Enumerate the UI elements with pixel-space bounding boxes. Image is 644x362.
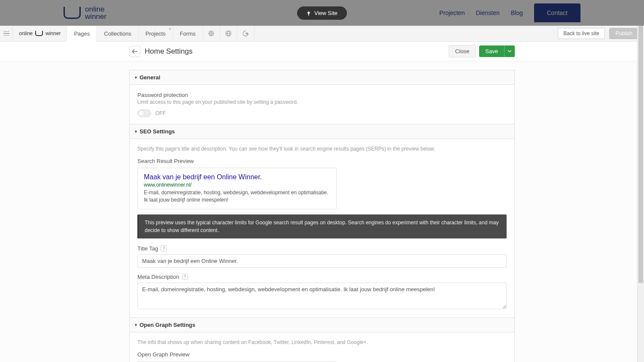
seo-intro-text: Specify this page's title and descriptio… [137, 146, 507, 152]
tab-forms[interactable]: Forms [173, 26, 203, 41]
panel-og-title: Open Graph Settings [140, 322, 195, 328]
brand-left: online [19, 30, 33, 36]
caret-down-icon: ▾ [135, 129, 137, 134]
panel-seo: ▾ SEO Settings Specify this page's title… [129, 124, 515, 318]
editor-toolbar: online winner Pages Collections Projects… [0, 26, 644, 42]
tab-forms-label: Forms [180, 30, 196, 37]
globe-icon-tab[interactable] [220, 26, 237, 41]
search-preview-label: Search Result Preview [137, 158, 507, 164]
password-protection-desc: Limit access to this page on your publis… [137, 99, 507, 105]
save-button[interactable]: Save [479, 45, 504, 57]
hamburger-icon [3, 31, 9, 36]
caret-down-icon: ▾ [135, 323, 137, 327]
settings-header: Home Settings Close Save [0, 42, 644, 61]
title-tag-label-text: Title Tag [137, 245, 158, 252]
panel-open-graph: ▾ Open Graph Settings The info that show… [129, 317, 515, 362]
password-protection-label: Password protection [137, 92, 507, 98]
scrollbar[interactable] [637, 26, 644, 362]
view-site-label: View Site [314, 10, 337, 16]
arrow-left-icon [132, 49, 137, 54]
publish-button[interactable]: Publish [609, 28, 639, 39]
content-area: ▾ General Password protection Limit acce… [0, 61, 644, 362]
preview-note: This preview uses the typical character … [137, 214, 507, 238]
meta-description-input[interactable] [137, 283, 507, 309]
preview-url: www.onlinewinner.nl/ [144, 182, 330, 188]
arrow-up-icon [307, 11, 311, 15]
save-dropdown-button[interactable] [504, 45, 515, 57]
preview-description: E-mail, domeinregistratie, hosting, webd… [144, 189, 330, 204]
back-button[interactable] [129, 46, 140, 57]
toggle-state-label: OFF [155, 110, 166, 116]
title-tag-input[interactable] [137, 254, 507, 268]
settings-icon-tab[interactable] [203, 26, 220, 41]
page-title: Home Settings [145, 47, 449, 56]
brand-mini-icon [35, 31, 43, 36]
gear-icon [208, 30, 215, 37]
help-icon[interactable]: ? [182, 274, 188, 280]
panel-seo-header[interactable]: ▾ SEO Settings [130, 124, 514, 139]
caret-down-icon: ▾ [135, 75, 137, 80]
tab-collections[interactable]: Collections [97, 26, 139, 41]
meta-description-label: Meta Description ? [137, 274, 507, 280]
save-button-group: Save [479, 45, 515, 57]
password-toggle[interactable]: OFF [137, 109, 507, 117]
brand-right: winner [46, 30, 61, 36]
menu-button[interactable] [0, 26, 13, 41]
view-site-button[interactable]: View Site [297, 6, 347, 20]
chevron-down-icon [508, 50, 511, 52]
editor-brand[interactable]: online winner [13, 26, 67, 41]
close-button[interactable]: Close [449, 45, 476, 57]
scrollbar-thumb[interactable] [638, 26, 643, 283]
tab-collections-label: Collections [104, 30, 131, 37]
meta-label-text: Meta Description [137, 274, 179, 280]
close-icon[interactable]: × [169, 27, 171, 31]
svg-point-0 [209, 31, 213, 36]
og-intro-text: The info that shows up when sharing cont… [137, 339, 507, 345]
og-preview-label: Open Graph Preview [137, 351, 507, 358]
panel-og-header[interactable]: ▾ Open Graph Settings [130, 318, 514, 332]
toggle-knob [138, 110, 144, 116]
back-to-live-button[interactable]: Back to live site [558, 28, 605, 39]
title-tag-label: Title Tag ? [137, 245, 507, 252]
preview-title: Maak van je bedrijf een Online Winner. [144, 173, 330, 181]
toggle-track [137, 109, 151, 117]
search-result-preview: Maak van je bedrijf een Online Winner. w… [137, 168, 337, 209]
globe-icon [225, 30, 232, 37]
panel-general-header[interactable]: ▾ General [130, 70, 514, 85]
exit-icon [242, 30, 249, 37]
panel-general-title: General [140, 74, 160, 81]
svg-point-1 [210, 33, 212, 34]
tab-projects-label: Projects [146, 30, 166, 37]
panel-seo-title: SEO Settings [140, 128, 175, 135]
panel-general: ▾ General Password protection Limit acce… [129, 70, 515, 124]
help-icon[interactable]: ? [161, 245, 167, 251]
exit-icon-tab[interactable] [237, 26, 255, 41]
tab-projects[interactable]: Projects× [139, 26, 173, 41]
tab-pages[interactable]: Pages [67, 26, 97, 42]
editor-tabs: Pages Collections Projects× Forms [67, 26, 254, 41]
tab-pages-label: Pages [74, 30, 90, 37]
